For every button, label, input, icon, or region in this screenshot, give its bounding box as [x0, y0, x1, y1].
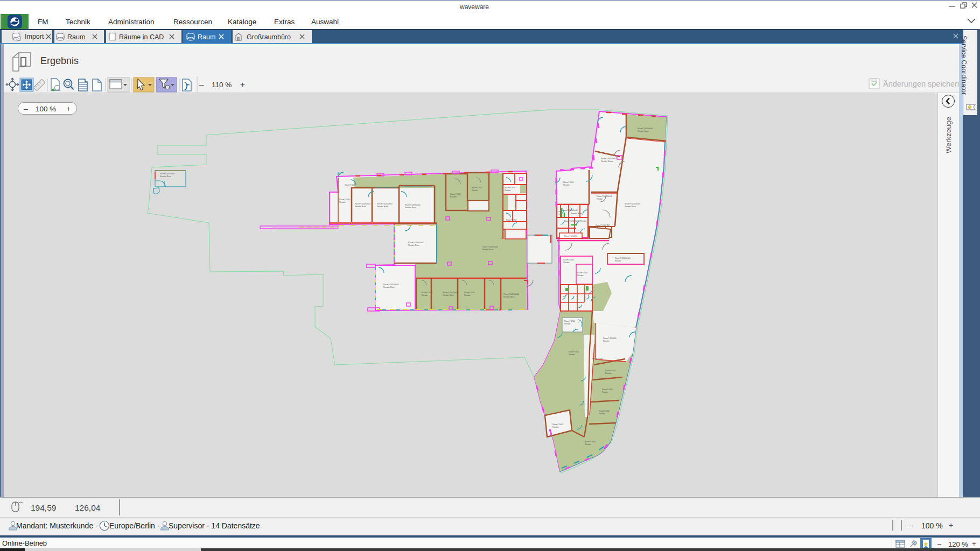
svg-text:Render Büro: Render Büro	[625, 206, 635, 208]
svg-text:Render Büro: Render Büro	[355, 206, 366, 208]
svg-text:Render Büro: Render Büro	[405, 207, 416, 209]
svg-text:Render: Render	[339, 201, 346, 203]
svg-text:Raum? 0/00: Raum? 0/00	[569, 351, 579, 353]
svg-text:Render: Render	[585, 443, 592, 446]
svg-text:Raum? 0/00: Raum? 0/00	[563, 181, 574, 183]
svg-text:Raum? 0/00: Raum? 0/00	[592, 358, 603, 360]
svg-text:Render Büro: Render Büro	[482, 249, 493, 251]
svg-text:Render: Render	[569, 354, 576, 356]
svg-text:Raum? 0/00: Raum? 0/00	[552, 423, 563, 426]
svg-text:Render: Render	[603, 340, 610, 342]
svg-text:Raum? 0/00: Raum? 0/00	[605, 370, 616, 372]
svg-text:Render: Render	[552, 426, 559, 428]
svg-text:Raum? 0/00: Raum? 0/00	[506, 219, 517, 221]
svg-text:Render Büro: Render Büro	[160, 175, 171, 178]
svg-text:Raum? 0/00: Raum? 0/00	[464, 292, 475, 294]
svg-text:Render: Render	[505, 189, 512, 192]
svg-text:Render: Render	[464, 294, 471, 296]
svg-text:Raum? 0/00/0n00: Raum? 0/00/0n00	[443, 292, 458, 294]
svg-text:Render: Render	[563, 262, 570, 264]
svg-text:Raum? 0/00: Raum? 0/00	[472, 187, 482, 189]
svg-text:Raum? 0/00: Raum? 0/00	[564, 320, 575, 322]
svg-text:Render: Render	[615, 260, 622, 262]
svg-text:Render: Render	[597, 198, 604, 200]
svg-text:Raum? 0/00/0n00: Raum? 0/00/0n00	[503, 293, 519, 295]
svg-text:Render: Render	[599, 413, 606, 415]
svg-text:Raum? 0/00/00: Raum? 0/00/00	[564, 235, 578, 237]
svg-text:Raum? 0/00: Raum? 0/00	[422, 292, 432, 294]
svg-text:Raum? 0/00 WC: Raum? 0/00 WC	[596, 224, 610, 227]
svg-text:Raum? 0/00/0n00: Raum? 0/00/0n00	[355, 203, 370, 205]
svg-text:Raum? 0/00/0n00: Raum? 0/00/0n00	[562, 209, 578, 211]
svg-text:Raum? 0/00/0n00: Raum? 0/00/0n00	[377, 203, 393, 205]
svg-text:Render Büro: Render Büro	[638, 130, 648, 132]
svg-text:Render: Render	[602, 391, 609, 393]
svg-text:Raum? 0/00: Raum? 0/00	[505, 187, 515, 189]
svg-text:Render: Render	[577, 274, 584, 277]
svg-text:Render: Render	[563, 184, 570, 186]
svg-text:Raum? 0/00: Raum? 0/00	[339, 199, 350, 201]
svg-text:Raum? 0/00: Raum? 0/00	[602, 388, 613, 391]
svg-text:Raum? 0/00/0n00: Raum? 0/00/0n00	[160, 173, 176, 175]
svg-text:Raum? 0/00/0n00: Raum? 0/00/0n00	[408, 242, 424, 244]
svg-text:Raum? 0/00/0n00: Raum? 0/00/0n00	[625, 203, 640, 205]
svg-text:Render Büro: Render Büro	[571, 213, 582, 215]
svg-text:Raum? 0/00/0n00: Raum? 0/00/0n00	[405, 204, 421, 206]
svg-text:Raum? 0/00: Raum? 0/00	[599, 410, 610, 412]
svg-text:Render Büro: Render Büro	[383, 286, 394, 288]
svg-text:Raum? 0/00/0n00: Raum? 0/00/0n00	[615, 257, 631, 259]
svg-text:Raum? 0/00/0n00: Raum? 0/00/0n00	[638, 128, 653, 130]
svg-text:Raum? 0/00: Raum? 0/00	[450, 193, 461, 195]
svg-text:Render: Render	[564, 323, 571, 325]
svg-text:Render Büro: Render Büro	[377, 206, 388, 208]
svg-text:Raum? 0/00/0n00: Raum? 0/00/0n00	[601, 158, 617, 160]
svg-text:Raum? 0/00: Raum? 0/00	[345, 184, 355, 186]
svg-text:Raum? 0/00/0n00: Raum? 0/00/0n00	[482, 246, 498, 248]
svg-text:Render: Render	[450, 196, 457, 198]
svg-text:Render Raum: Render Raum	[601, 160, 613, 163]
svg-text:Render: Render	[472, 189, 479, 192]
svg-text:Render Büro: Render Büro	[503, 296, 514, 298]
svg-text:Render: Render	[422, 294, 429, 296]
svg-text:Raum? 0/00: Raum? 0/00	[563, 259, 574, 261]
svg-text:Raum? 0/00/0n00: Raum? 0/00/0n00	[383, 284, 399, 286]
svg-text:Raum? 0/00/0n00: Raum? 0/00/0n00	[597, 195, 612, 197]
svg-text:Raum? 0/00: Raum? 0/00	[585, 441, 596, 443]
svg-text:Render Büro: Render Büro	[408, 244, 419, 246]
svg-text:Raum? 0/00: Raum? 0/00	[577, 272, 588, 274]
svg-text:Raum? 0/00/00: Raum? 0/00/00	[603, 337, 617, 340]
svg-text:Render Büro: Render Büro	[443, 294, 453, 296]
svg-text:Raum? 0/00/0n00 Render: Raum? 0/00/0n00 Render	[564, 220, 587, 222]
svg-text:Render: Render	[605, 372, 612, 375]
